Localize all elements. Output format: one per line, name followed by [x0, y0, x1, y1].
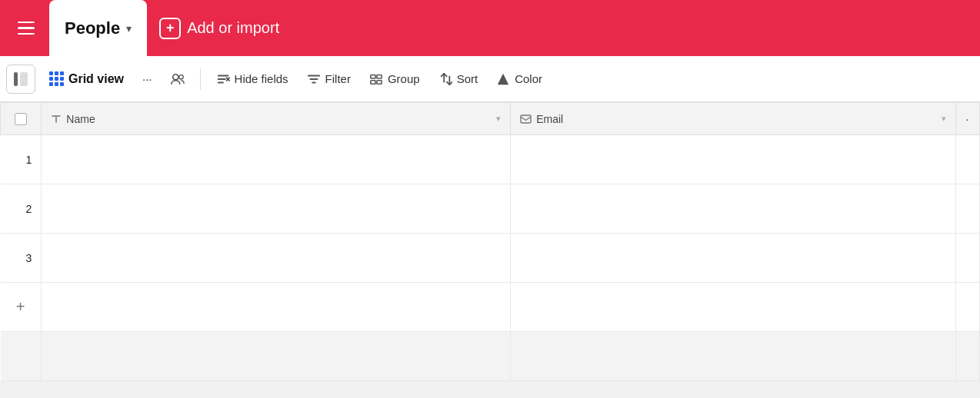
row-1-extra-cell: [956, 135, 980, 184]
column-header-row: Name ▾ Email ▾ ·: [1, 103, 980, 135]
toolbar: Grid view ··· Hide fields Filter: [0, 56, 980, 102]
row-3-extra-cell: [956, 234, 980, 283]
row-2-email-cell[interactable]: [511, 184, 956, 234]
row-1-email-cell[interactable]: [511, 135, 956, 184]
hide-fields-icon: [216, 72, 230, 86]
extra-column-header: ·: [956, 103, 980, 135]
add-row-button[interactable]: +: [1, 283, 42, 332]
add-row-extra-cell: [956, 283, 980, 332]
color-button[interactable]: Color: [488, 68, 550, 91]
plus-icon: +: [159, 18, 181, 39]
group-button[interactable]: Group: [362, 68, 428, 91]
people-tab[interactable]: People ▾: [49, 0, 147, 56]
table-row: 3: [1, 234, 980, 283]
row-1-name-cell[interactable]: [42, 135, 511, 184]
email-column-header[interactable]: Email ▾: [511, 103, 956, 135]
hide-fields-button[interactable]: Hide fields: [208, 68, 296, 91]
sort-icon: [438, 72, 452, 86]
sort-label: Sort: [457, 72, 478, 85]
hide-fields-label: Hide fields: [235, 72, 288, 85]
footer-cell-2: [42, 332, 511, 381]
name-col-label: Name: [66, 113, 95, 125]
sidebar-toggle-button[interactable]: [6, 65, 35, 94]
grid-view-icon: [49, 71, 64, 86]
name-column-header[interactable]: Name ▾: [42, 103, 511, 135]
add-import-label: Add or import: [187, 19, 279, 37]
svg-point-1: [178, 75, 182, 78]
add-import-button[interactable]: + Add or import: [159, 18, 279, 39]
chevron-down-icon: ▾: [126, 22, 132, 35]
people-tab-label: People: [65, 18, 120, 38]
svg-rect-4: [371, 75, 375, 78]
sort-button[interactable]: Sort: [431, 68, 486, 91]
add-row[interactable]: +: [1, 283, 980, 332]
footer-cell-1: [1, 332, 42, 381]
row-2-name-cell[interactable]: [42, 184, 511, 234]
grid-view-label: Grid view: [68, 72, 124, 86]
add-row-email-cell: [511, 283, 956, 332]
filter-button[interactable]: Filter: [299, 68, 358, 91]
table-row: 1: [1, 135, 980, 184]
color-icon: [496, 72, 510, 86]
filter-icon: [307, 72, 321, 86]
checkbox-column-header[interactable]: [1, 103, 42, 135]
filter-label: Filter: [325, 72, 351, 85]
row-2-extra-cell: [956, 184, 980, 234]
svg-rect-7: [377, 80, 382, 84]
toolbar-divider: [200, 68, 201, 90]
add-row-plus-icon[interactable]: +: [10, 297, 32, 318]
ellipsis-icon: ···: [142, 72, 152, 85]
top-bar: People ▾ + Add or import: [0, 0, 980, 56]
select-all-checkbox[interactable]: [15, 113, 27, 125]
menu-button[interactable]: [9, 12, 43, 45]
share-people-icon: [171, 72, 185, 86]
email-col-chevron: ▾: [942, 114, 946, 124]
footer-row: [1, 332, 980, 381]
group-label: Group: [388, 72, 420, 85]
svg-marker-8: [498, 73, 508, 84]
email-col-label: Email: [536, 113, 563, 125]
row-number-2: 2: [1, 184, 42, 234]
text-field-icon: [51, 114, 62, 124]
footer-cell-3: [511, 332, 956, 381]
row-number-3: 3: [1, 234, 42, 283]
row-3-name-cell[interactable]: [42, 234, 511, 283]
svg-rect-9: [521, 115, 531, 123]
row-number-1: 1: [1, 135, 42, 184]
email-field-icon: [520, 114, 532, 124]
footer-cell-4: [956, 332, 980, 381]
color-label: Color: [515, 72, 542, 85]
svg-rect-5: [377, 75, 382, 78]
extra-col-label: ·: [965, 113, 968, 125]
grid-container: Name ▾ Email ▾ ·: [0, 102, 980, 381]
table-row: 2: [1, 184, 980, 234]
svg-point-0: [172, 74, 178, 79]
row-3-email-cell[interactable]: [511, 234, 956, 283]
sidebar-icon: [14, 72, 28, 86]
data-grid: Name ▾ Email ▾ ·: [0, 102, 980, 381]
svg-rect-6: [371, 80, 375, 84]
hamburger-icon: [18, 22, 35, 35]
grid-view-button[interactable]: Grid view: [42, 67, 132, 91]
more-options-button[interactable]: ···: [135, 68, 160, 90]
share-button[interactable]: [163, 68, 192, 91]
name-col-chevron: ▾: [496, 114, 501, 124]
add-row-name-cell: [42, 283, 511, 332]
group-icon: [369, 72, 383, 86]
